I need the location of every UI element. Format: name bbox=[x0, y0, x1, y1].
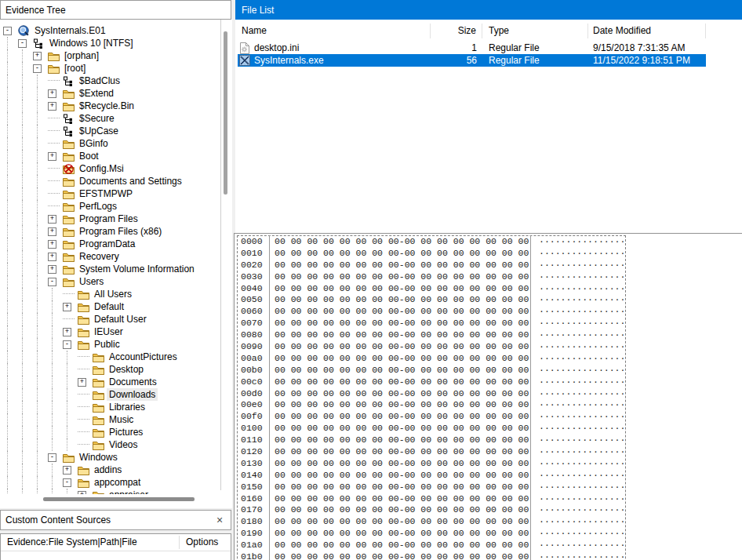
hex-row[interactable]: 012000 00 00 00 00 00 00 00-00 00 00 00 … bbox=[241, 446, 742, 458]
tree-item-program-files-x86[interactable]: +Program Files (x86) bbox=[0, 225, 220, 238]
tree-item-orphan[interactable]: +[orphan] bbox=[0, 49, 220, 62]
collapse-minus-icon[interactable]: - bbox=[48, 278, 56, 286]
hex-row[interactable]: 003000 00 00 00 00 00 00 00-00 00 00 00 … bbox=[241, 271, 742, 283]
hex-row[interactable]: 000000 00 00 00 00 00 00 00-00 00 00 00 … bbox=[241, 236, 742, 248]
hex-row[interactable]: 018000 00 00 00 00 00 00 00-00 00 00 00 … bbox=[241, 516, 742, 528]
hex-row[interactable]: 010000 00 00 00 00 00 00 00-00 00 00 00 … bbox=[241, 423, 742, 435]
expand-plus-icon[interactable]: + bbox=[63, 466, 71, 475]
tree-item-windows-10-ntfs[interactable]: -Windows 10 [NTFS] bbox=[0, 37, 220, 49]
tree-item-ieuser[interactable]: +IEUser bbox=[0, 325, 220, 338]
expand-plus-icon[interactable]: + bbox=[48, 102, 56, 111]
expand-plus-icon[interactable]: + bbox=[78, 378, 86, 387]
hex-row[interactable]: 00e000 00 00 00 00 00 00 00-00 00 00 00 … bbox=[241, 399, 742, 411]
expand-plus-icon[interactable]: + bbox=[48, 253, 56, 261]
tree-item-addins[interactable]: +addins bbox=[0, 464, 220, 476]
hex-row[interactable]: 001000 00 00 00 00 00 00 00-00 00 00 00 … bbox=[241, 248, 742, 260]
expand-plus-icon[interactable]: + bbox=[33, 52, 42, 60]
tree-item-program-files[interactable]: +Program Files bbox=[0, 213, 220, 225]
tree-item-downloads[interactable]: Downloads bbox=[0, 388, 220, 401]
expand-plus-icon[interactable]: + bbox=[63, 303, 71, 311]
tree-item-sysinternals-e01[interactable]: -SysInternals.E01 bbox=[0, 24, 220, 37]
expand-plus-icon[interactable]: + bbox=[48, 240, 56, 249]
tree-item-badclus[interactable]: $BadClus bbox=[0, 75, 220, 87]
column-header-options[interactable]: Options bbox=[180, 536, 218, 549]
expand-plus-icon[interactable]: + bbox=[78, 491, 86, 495]
collapse-minus-icon[interactable]: - bbox=[33, 64, 42, 73]
hex-bytes: 00 00 00 00 00 00 00 00-00 00 00 00 00 0… bbox=[275, 353, 529, 365]
tree-item-users[interactable]: -Users bbox=[0, 275, 220, 288]
hex-row[interactable]: 008000 00 00 00 00 00 00 00-00 00 00 00 … bbox=[241, 329, 742, 341]
hex-row[interactable]: 00c000 00 00 00 00 00 00 00-00 00 00 00 … bbox=[241, 376, 742, 388]
tree-item-system-volume-information[interactable]: +System Volume Information bbox=[0, 263, 220, 275]
tree-item-appraiser[interactable]: +appraiser bbox=[0, 489, 220, 494]
tree-item-upcase[interactable]: $UpCase bbox=[0, 125, 220, 137]
expand-plus-icon[interactable]: + bbox=[48, 152, 56, 161]
hex-row[interactable]: 014000 00 00 00 00 00 00 00-00 00 00 00 … bbox=[241, 470, 742, 482]
expand-plus-icon[interactable]: + bbox=[63, 328, 71, 336]
tree-item-windows[interactable]: -Windows bbox=[0, 451, 220, 464]
hex-row[interactable]: 00f000 00 00 00 00 00 00 00-00 00 00 00 … bbox=[241, 411, 742, 423]
hex-row[interactable]: 00b000 00 00 00 00 00 00 00-00 00 00 00 … bbox=[241, 365, 742, 376]
tree-item-music[interactable]: Music bbox=[0, 413, 220, 426]
hex-row[interactable]: 006000 00 00 00 00 00 00 00-00 00 00 00 … bbox=[241, 306, 742, 318]
tree-item-accountpictures[interactable]: AccountPictures bbox=[0, 351, 220, 363]
hex-row[interactable]: 017000 00 00 00 00 00 00 00-00 00 00 00 … bbox=[241, 504, 742, 516]
collapse-minus-icon[interactable]: - bbox=[48, 453, 56, 462]
file-row-sysinternals-exe[interactable]: SysInternals.exe56Regular File11/15/2022… bbox=[238, 54, 706, 67]
column-header-size[interactable]: Size bbox=[431, 24, 482, 38]
tree-item-public[interactable]: -Public bbox=[0, 338, 220, 351]
collapse-minus-icon[interactable]: - bbox=[63, 340, 71, 349]
collapse-minus-icon[interactable]: - bbox=[63, 478, 71, 487]
hex-row[interactable]: 01a000 00 00 00 00 00 00 00-00 00 00 00 … bbox=[241, 540, 742, 551]
hex-row[interactable]: 005000 00 00 00 00 00 00 00-00 00 00 00 … bbox=[241, 294, 742, 306]
tree-item-boot[interactable]: +Boot bbox=[0, 150, 220, 162]
tree-item-desktop[interactable]: Desktop bbox=[0, 363, 220, 376]
hex-row[interactable]: 015000 00 00 00 00 00 00 00-00 00 00 00 … bbox=[241, 482, 742, 493]
hex-row[interactable]: 019000 00 00 00 00 00 00 00-00 00 00 00 … bbox=[241, 528, 742, 540]
hex-row[interactable]: 007000 00 00 00 00 00 00 00-00 00 00 00 … bbox=[241, 318, 742, 329]
tree-item-root[interactable]: -[root] bbox=[0, 62, 220, 75]
hex-row[interactable]: 00d000 00 00 00 00 00 00 00-00 00 00 00 … bbox=[241, 388, 742, 400]
tree-item-efstmpwp[interactable]: EFSTMPWP bbox=[0, 187, 220, 200]
column-header-date-modified[interactable]: Date Modified bbox=[588, 24, 706, 38]
file-row-desktop-ini[interactable]: desktop.ini1Regular File9/15/2018 7:31:3… bbox=[238, 42, 706, 54]
column-header-type[interactable]: Type bbox=[482, 24, 588, 38]
hex-row[interactable]: 011000 00 00 00 00 00 00 00-00 00 00 00 … bbox=[241, 435, 742, 446]
tree-item-default-user[interactable]: Default User bbox=[0, 313, 220, 325]
collapse-minus-icon[interactable]: - bbox=[18, 39, 27, 48]
hex-viewer-panel[interactable]: 000000 00 00 00 00 00 00 00-00 00 00 00 … bbox=[234, 233, 742, 560]
tree-item-secure[interactable]: $Secure bbox=[0, 112, 220, 125]
tree-item-appcompat[interactable]: -appcompat bbox=[0, 476, 220, 489]
expand-plus-icon[interactable]: + bbox=[48, 265, 56, 274]
tree-item-documents-and-settings[interactable]: Documents and Settings bbox=[0, 175, 220, 187]
tree-item-pictures[interactable]: Pictures bbox=[0, 426, 220, 438]
expand-plus-icon[interactable]: + bbox=[48, 89, 56, 98]
tree-item-all-users[interactable]: All Users bbox=[0, 288, 220, 300]
hex-row[interactable]: 013000 00 00 00 00 00 00 00-00 00 00 00 … bbox=[241, 458, 742, 470]
tree-item-documents[interactable]: +Documents bbox=[0, 376, 220, 388]
hex-row[interactable]: 01b000 00 00 00 00 00 00 00-00 00 00 00 … bbox=[241, 551, 742, 560]
tree-item-libraries[interactable]: Libraries bbox=[0, 401, 220, 413]
hex-row[interactable]: 004000 00 00 00 00 00 00 00-00 00 00 00 … bbox=[241, 283, 742, 295]
tree-item-programdata[interactable]: +ProgramData bbox=[0, 238, 220, 250]
tree-item-default[interactable]: +Default bbox=[0, 300, 220, 313]
column-header-name[interactable]: Name bbox=[238, 24, 431, 38]
collapse-minus-icon[interactable]: - bbox=[3, 27, 12, 35]
tree-item-perflogs[interactable]: PerfLogs bbox=[0, 200, 220, 213]
expand-plus-icon[interactable]: + bbox=[48, 215, 56, 224]
hex-row[interactable]: 002000 00 00 00 00 00 00 00-00 00 00 00 … bbox=[241, 260, 742, 271]
tree-horizontal-scrollbar[interactable] bbox=[43, 497, 195, 501]
close-icon[interactable]: × bbox=[213, 514, 226, 526]
tree-item-videos[interactable]: Videos bbox=[0, 438, 220, 451]
tree-item-recovery[interactable]: +Recovery bbox=[0, 250, 220, 263]
tree-item-recycle-bin[interactable]: +$Recycle.Bin bbox=[0, 100, 220, 112]
hex-row[interactable]: 009000 00 00 00 00 00 00 00-00 00 00 00 … bbox=[241, 341, 742, 353]
hex-row[interactable]: 016000 00 00 00 00 00 00 00-00 00 00 00 … bbox=[241, 493, 742, 505]
expand-plus-icon[interactable]: + bbox=[48, 227, 56, 236]
tree-item-bginfo[interactable]: BGinfo bbox=[0, 137, 220, 150]
column-header-evidence-source[interactable]: Evidence:File System|Path|File bbox=[1, 536, 180, 549]
tree-item-config-msi[interactable]: Config.Msi bbox=[0, 162, 220, 175]
tree-vertical-scrollbar[interactable] bbox=[224, 31, 227, 195]
tree-item-extend[interactable]: +$Extend bbox=[0, 87, 220, 100]
hex-row[interactable]: 00a000 00 00 00 00 00 00 00-00 00 00 00 … bbox=[241, 353, 742, 365]
